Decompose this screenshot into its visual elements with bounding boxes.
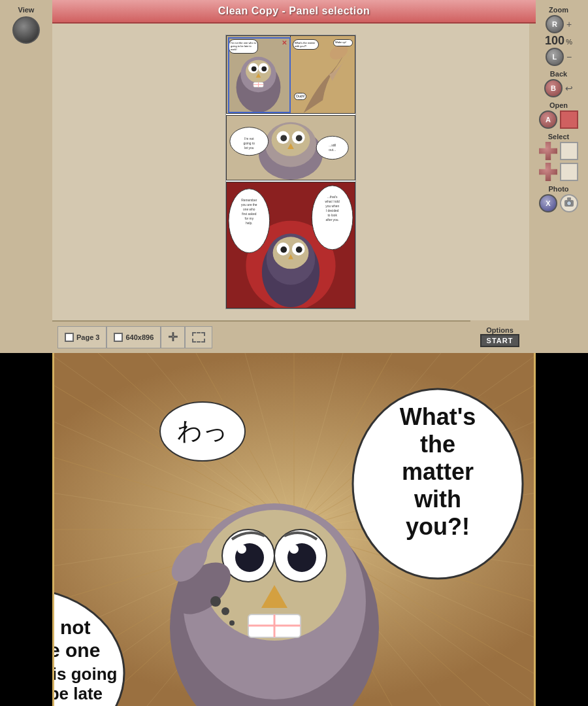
svg-text:Remember: Remember <box>241 199 257 202</box>
zoom-value: 100 <box>545 35 564 46</box>
page-icon <box>65 333 74 342</box>
bubble-right-top: What's the matter with you?! <box>293 39 319 50</box>
top-screen: View Clean Copy - Panel selection <box>0 0 588 353</box>
open-icon <box>560 110 578 129</box>
move-icon: ✛ <box>168 330 178 345</box>
svg-point-33 <box>280 246 287 253</box>
plus-btn-1[interactable] <box>539 142 557 160</box>
btn-b[interactable]: B <box>544 79 563 97</box>
dotted-selection-icon <box>192 332 205 343</box>
view-section: View <box>3 3 49 44</box>
btn-r[interactable]: R <box>546 15 564 33</box>
svg-text:you are the: you are the <box>241 203 257 207</box>
select-indicator <box>185 326 212 348</box>
svg-text:going to: going to <box>244 142 255 145</box>
svg-text:I decided: I decided <box>326 209 339 212</box>
canvas-area: ✕ I'm not the one who is going to be lat… <box>52 24 529 320</box>
svg-point-18 <box>296 135 302 141</box>
svg-point-99 <box>289 545 299 554</box>
right-bar <box>536 353 588 706</box>
svg-text:let you: let you <box>244 146 254 150</box>
manga-page: ✕ I'm not the one who is going to be lat… <box>225 35 356 309</box>
title-bar: Clean Copy - Panel selection <box>52 0 536 24</box>
btn-a[interactable]: A <box>539 110 557 129</box>
selection-rect <box>228 37 291 113</box>
options-label: Options <box>486 326 514 334</box>
zoom-percent: % <box>566 38 572 46</box>
svg-point-98 <box>237 545 246 554</box>
manga-closeup: わっ What's the matter with you?! I'm not … <box>0 353 588 706</box>
size-icon <box>114 333 123 342</box>
btn-l[interactable]: L <box>546 48 564 66</box>
panel-bot: Remember you are the one who first asked… <box>226 182 355 309</box>
left-bar <box>0 353 52 706</box>
svg-text:the: the <box>420 431 455 458</box>
svg-text:after you.: after you. <box>326 218 339 222</box>
svg-text:for my: for my <box>245 217 254 220</box>
page-indicator: Page 3 <box>57 326 106 348</box>
panel-mid-art: I'm not going to let you ...still out... <box>227 116 355 180</box>
svg-text:...still: ...still <box>329 144 336 147</box>
svg-text:What's: What's <box>400 403 476 430</box>
plus-btn-2[interactable] <box>539 163 557 181</box>
back-arrow-icon: ↩ <box>565 83 573 93</box>
svg-point-119 <box>210 596 221 607</box>
svg-text:what I told: what I told <box>325 200 340 203</box>
open-label: Open <box>549 101 568 109</box>
svg-text:first asked: first asked <box>242 212 257 216</box>
svg-point-34 <box>296 246 302 253</box>
bottom-screen: わっ What's the matter with you?! I'm not … <box>0 353 588 706</box>
right-panel: Zoom R + 100 % L − Back B ↩ Open A Selec… <box>529 0 588 353</box>
radial-lines: わっ What's the matter with you?! I'm not … <box>0 353 588 706</box>
select-section <box>539 142 578 181</box>
zoom-in-icon: + <box>566 19 572 29</box>
camera-icon <box>560 194 578 212</box>
svg-text:...that's: ...that's <box>327 195 338 199</box>
panel-mid: I'm not going to let you ...still out... <box>226 115 355 180</box>
btn-x[interactable]: X <box>539 194 557 212</box>
view-circle[interactable] <box>12 16 40 44</box>
left-panel-border <box>52 353 54 706</box>
view-label: View <box>18 6 35 14</box>
zoom-r-row: R + <box>546 15 572 33</box>
svg-point-120 <box>221 607 229 615</box>
svg-text:help.: help. <box>246 222 253 225</box>
bubble-wakeup: Wake up! <box>333 39 353 46</box>
svg-text:I'm not: I'm not <box>244 137 254 141</box>
svg-text:one who: one who <box>243 208 255 211</box>
page-label: Page 3 <box>76 333 99 341</box>
svg-text:わっ: わっ <box>177 417 228 445</box>
select-square-1 <box>560 142 578 160</box>
size-label: 640x896 <box>125 333 154 341</box>
photo-label: Photo <box>548 185 568 193</box>
options-section: Options START <box>470 320 529 353</box>
select-label: Select <box>548 133 569 141</box>
move-indicator: ✛ <box>161 326 185 348</box>
select-square-2 <box>560 163 578 181</box>
svg-text:you?!: you?! <box>406 513 470 540</box>
status-bar: Page 3 640x896 ✛ <box>52 320 529 353</box>
svg-text:to look: to look <box>327 214 337 217</box>
size-indicator: 640x896 <box>106 326 161 348</box>
select-row-1 <box>539 142 578 160</box>
panel-top: ✕ I'm not the one who is going to be lat… <box>226 35 355 114</box>
svg-point-121 <box>229 620 235 626</box>
panel-bot-art: Remember you are the one who first asked… <box>227 182 355 308</box>
select-row-2 <box>539 163 578 181</box>
svg-text:out...: out... <box>329 148 336 152</box>
svg-text:with: with <box>414 486 461 513</box>
svg-text:you when: you when <box>325 205 339 208</box>
photo-row: X <box>539 194 578 212</box>
start-button[interactable]: START <box>480 334 520 347</box>
back-label: Back <box>550 70 567 78</box>
svg-text:matter: matter <box>402 458 474 485</box>
zoom-l-row: L − <box>546 48 572 66</box>
title-text: Clean Copy - Panel selection <box>218 5 370 17</box>
bubble-ouch: Ouch! <box>294 93 306 100</box>
svg-point-17 <box>280 135 287 141</box>
back-row: B ↩ <box>544 79 573 97</box>
open-row: A <box>539 110 578 129</box>
zoom-out-icon: − <box>566 52 572 62</box>
zoom-label: Zoom <box>549 6 568 14</box>
